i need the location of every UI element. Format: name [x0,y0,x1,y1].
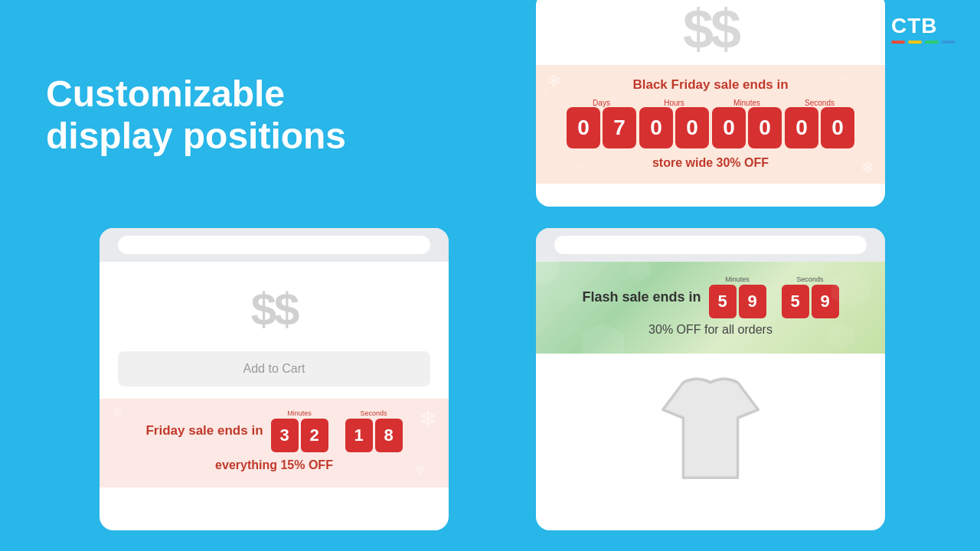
flash-sale-row: Flash sale ends in Minutes 5 9 Seconds 5… [554,276,867,318]
flash-min-digits: 5 9 [709,285,766,318]
friday-timer-row: Friday sale ends in Minutes 3 2 Seconds … [115,409,433,452]
flash-sale-banner: Flash sale ends in Minutes 5 9 Seconds 5… [536,262,885,354]
price-area-top: $$ [536,0,885,65]
bar-yellow [908,41,922,44]
min-digit-0-top: 0 [712,107,746,148]
friday-min-0: 3 [271,419,299,452]
card-top-right: $$ ❄ ❄ ❄ ❄ ❄ Black Friday sale ends in D… [536,0,885,207]
flash-sec-digits: 5 9 [782,285,839,318]
dollar-sign-top: $$ [683,0,738,60]
snowflake-bl-3: ❄ [112,403,123,420]
flash-min-group: Minutes 5 9 [709,276,766,318]
card-bottom-right: Flash sale ends in Minutes 5 9 Seconds 5… [536,228,885,530]
hour-digit-1: 0 [675,107,709,148]
seconds-label-top: Seconds [805,99,835,107]
bar-blue [942,41,956,44]
friday-sec-1: 8 [375,419,403,452]
black-friday-title: Black Friday sale ends in [551,77,870,93]
hour-digit-0: 0 [639,107,673,148]
friday-min-1: 2 [301,419,328,452]
tshirt-icon [642,369,779,491]
flash-sec-1: 9 [812,285,839,318]
friday-sale-banner: ❄ ❄ ❄ Friday sale ends in Minutes 3 2 Se… [100,399,449,487]
friday-subtitle: everything 15% OFF [115,458,433,472]
flash-sale-text: Flash sale ends in [582,289,701,305]
black-friday-timer: Days 0 7 Hours 0 0 Minutes 0 [551,99,870,148]
hours-digits: 0 0 [639,107,709,148]
url-bar-left [118,236,430,254]
card-bottom-left: $$ Add to Cart ❄ ❄ ❄ Friday sale ends in… [100,228,449,530]
min-digit-1-top: 0 [748,107,782,148]
days-label: Days [593,99,610,107]
bar-red [891,41,905,44]
flash-min-label: Minutes [725,276,750,283]
friday-sale-title: Friday sale ends in [145,423,263,439]
tshirt-area [536,354,885,507]
friday-sec-digits: 1 8 [345,419,403,452]
flash-sec-group: Seconds 5 9 [782,276,839,318]
url-bar-right [554,236,867,254]
sec-digit-0-top: 0 [785,107,818,148]
bar-green [925,41,939,44]
hours-label: Hours [664,99,684,107]
friday-min-digits: 3 2 [271,419,328,452]
day-digit-0: 0 [567,107,600,148]
days-digits: 0 7 [567,107,636,148]
black-friday-subtitle: store wide 30% OFF [551,156,870,170]
minutes-group-top: Minutes 0 0 [712,99,782,148]
black-friday-banner: ❄ ❄ ❄ ❄ ❄ Black Friday sale ends in Days… [536,65,885,184]
add-to-cart-button[interactable]: Add to Cart [118,351,430,386]
flash-sec-0: 5 [782,285,809,318]
seconds-group-top: Seconds 0 0 [785,99,854,148]
friday-sec-0: 1 [345,419,373,452]
logo-text: CTB [891,14,938,37]
snowflake-bl-2: ❄ [414,461,426,478]
browser-bar-right [536,228,885,262]
flash-subtitle: 30% OFF for all orders [554,323,867,337]
friday-min-group: Minutes 3 2 [271,409,328,452]
flash-min-1: 9 [739,285,766,318]
seconds-digits-top: 0 0 [785,107,854,148]
days-group: Days 0 7 [567,99,636,148]
flash-min-0: 5 [709,285,737,318]
headline: Customizable display positions [46,73,346,157]
day-digit-1: 7 [603,107,636,148]
minutes-digits-top: 0 0 [712,107,782,148]
dollar-sign-left: $$ [251,283,298,336]
snowflake-bl-1: ❄ [419,406,436,432]
sec-digit-1-top: 0 [821,107,854,148]
headline-line2: display positions [46,115,346,157]
price-area-left: $$ [100,262,449,351]
flash-sec-label: Seconds [797,276,824,283]
minutes-label-top: Minutes [733,99,760,107]
hours-group: Hours 0 0 [639,99,709,148]
friday-sec-label: Seconds [361,409,387,417]
friday-sec-group: Seconds 1 8 [345,409,403,452]
ctb-logo: CTB [891,14,956,44]
snowflake-2: ❄ [541,88,550,100]
browser-bar-left [100,228,449,262]
friday-min-label: Minutes [287,409,312,417]
logo-underline [891,41,956,44]
headline-line1: Customizable [46,73,346,115]
